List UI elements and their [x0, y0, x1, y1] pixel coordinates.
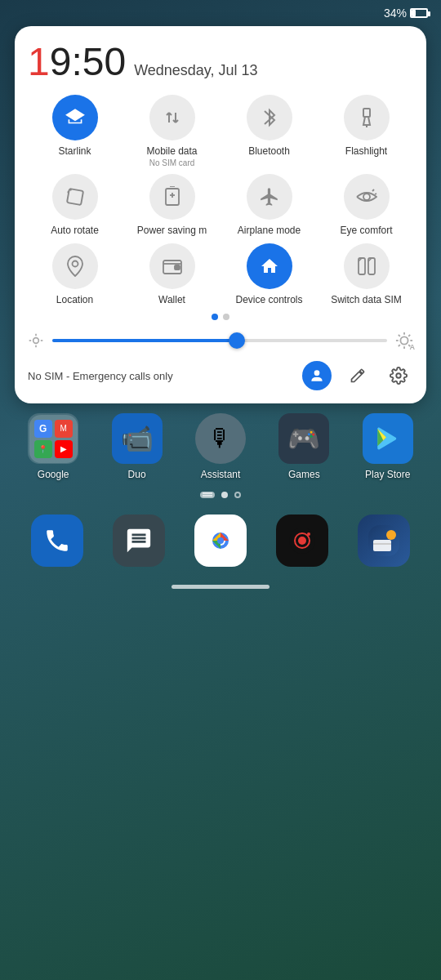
svg-rect-8 [66, 189, 82, 205]
airplane-mode-icon-circle [247, 174, 292, 220]
clock-row: 19:50 Wednesday, Jul 13 [28, 42, 413, 82]
mobile-data-icon-circle [149, 95, 195, 140]
qs-tile-eye-comfort[interactable]: Eye comfort [319, 174, 413, 236]
qs-grid: Starlink Mobile data No SIM card [28, 95, 413, 305]
svg-point-46 [307, 532, 310, 536]
brightness-slider-track[interactable] [52, 339, 387, 342]
clock-digit-1: 1 [28, 40, 50, 83]
home-page-dot-active [221, 492, 228, 498]
svg-point-27 [400, 337, 408, 345]
starlink-icon-circle [52, 95, 98, 140]
svg-rect-49 [373, 540, 391, 551]
settings-button[interactable] [384, 361, 413, 390]
mobile-data-sublabel: No SIM card [149, 158, 195, 167]
svg-point-45 [298, 537, 306, 545]
page-dots [28, 314, 413, 320]
clock-date: Wednesday, Jul 13 [134, 62, 257, 79]
qs-tile-starlink[interactable]: Starlink [28, 95, 122, 167]
dock-chrome[interactable] [194, 514, 247, 567]
games-icon: 🎮 [278, 413, 329, 464]
app-play-store[interactable]: Play Store [363, 413, 413, 480]
mobile-data-label: Mobile data [146, 145, 197, 157]
google-folder-grid: G M 📍 ▶ [29, 415, 78, 463]
device-controls-label: Device controls [235, 294, 302, 305]
folder-gmail-icon: M [55, 420, 73, 438]
qs-tile-auto-rotate[interactable]: Auto rotate [28, 174, 122, 236]
svg-rect-50 [373, 543, 391, 545]
switch-data-sim-icon-circle [344, 243, 390, 289]
location-icon-circle [52, 243, 98, 289]
google-folder-label: Google [38, 469, 69, 480]
svg-line-35 [399, 345, 400, 346]
quick-settings-panel: 19:50 Wednesday, Jul 13 Starlink [15, 26, 426, 403]
svg-point-42 [217, 537, 224, 544]
folder-maps-icon: 📍 [34, 440, 52, 458]
dock-messages[interactable] [113, 514, 165, 567]
battery-percentage: 34% [384, 7, 407, 20]
svg-line-14 [372, 189, 374, 191]
play-store-icon [363, 413, 413, 464]
qs-tile-switch-data-sim[interactable]: Switch data SIM [319, 243, 413, 305]
dock-phone[interactable] [31, 514, 83, 567]
folder-youtube-icon: ▶ [55, 440, 73, 458]
brightness-high-icon: A [395, 332, 413, 350]
eye-comfort-label: Eye comfort [340, 225, 392, 236]
dock-wallet[interactable] [358, 514, 410, 567]
camera-icon [276, 514, 328, 567]
app-games[interactable]: 🎮 Games [278, 413, 329, 480]
edit-button[interactable] [343, 361, 372, 390]
device-controls-icon-circle [247, 243, 292, 289]
app-assistant[interactable]: 🎙 Assistant [195, 413, 246, 480]
auto-rotate-label: Auto rotate [51, 225, 99, 236]
assistant-label: Assistant [201, 469, 241, 480]
app-duo[interactable]: 📹 Duo [112, 413, 163, 480]
clock-time: 19:50 [28, 42, 126, 82]
svg-point-13 [363, 194, 370, 200]
home-page-dot-2 [234, 492, 241, 498]
svg-point-48 [386, 530, 396, 540]
power-saving-icon-circle [149, 174, 195, 220]
airplane-mode-label: Airplane mode [238, 225, 301, 236]
switch-data-sim-label: Switch data SIM [331, 294, 402, 305]
qs-tile-location[interactable]: Location [28, 243, 122, 305]
home-page-indicators [0, 492, 441, 498]
duo-icon: 📹 [112, 413, 163, 464]
qs-tile-flashlight[interactable]: Flashlight [319, 95, 413, 167]
bluetooth-icon-circle [247, 95, 292, 140]
svg-line-34 [408, 335, 410, 336]
page-dot-1 [212, 314, 218, 320]
starlink-label: Starlink [58, 145, 91, 157]
svg-rect-18 [175, 265, 180, 270]
qs-actions [302, 361, 413, 390]
brightness-row: A [28, 332, 413, 350]
qs-tile-airplane-mode[interactable]: Airplane mode [222, 174, 316, 236]
brightness-slider-thumb [229, 332, 245, 349]
svg-point-36 [314, 371, 320, 376]
app-google-folder[interactable]: G M 📍 ▶ Google [28, 413, 78, 480]
flashlight-icon-circle [344, 95, 390, 140]
qs-tile-bluetooth[interactable]: Bluetooth [222, 95, 316, 167]
brightness-low-icon [28, 332, 44, 349]
location-label: Location [56, 294, 93, 305]
qs-tile-mobile-data[interactable]: Mobile data No SIM card [125, 95, 219, 167]
qs-tile-device-controls[interactable]: Device controls [222, 243, 316, 305]
qs-tile-power-saving[interactable]: Power saving m [125, 174, 219, 236]
svg-point-16 [72, 261, 78, 266]
dock-camera[interactable] [276, 514, 328, 567]
phone-icon [31, 514, 83, 567]
user-avatar-button[interactable] [302, 361, 332, 390]
games-label: Games [288, 469, 320, 480]
home-page-dot-list [200, 492, 215, 498]
svg-point-37 [396, 373, 401, 378]
messages-icon [113, 514, 165, 567]
assistant-icon: 🎙 [195, 413, 246, 464]
qs-tile-wallet[interactable]: Wallet [125, 243, 219, 305]
svg-line-32 [399, 335, 400, 336]
folder-g-icon: G [34, 420, 52, 438]
chrome-icon [194, 514, 247, 567]
play-store-label: Play Store [365, 469, 410, 480]
home-indicator-bar [172, 585, 270, 589]
qs-bottom-row: No SIM - Emergency calls only [28, 361, 413, 390]
home-apps-row: G M 📍 ▶ Google 📹 Duo 🎙 Assis [0, 413, 441, 480]
svg-rect-6 [363, 109, 370, 117]
